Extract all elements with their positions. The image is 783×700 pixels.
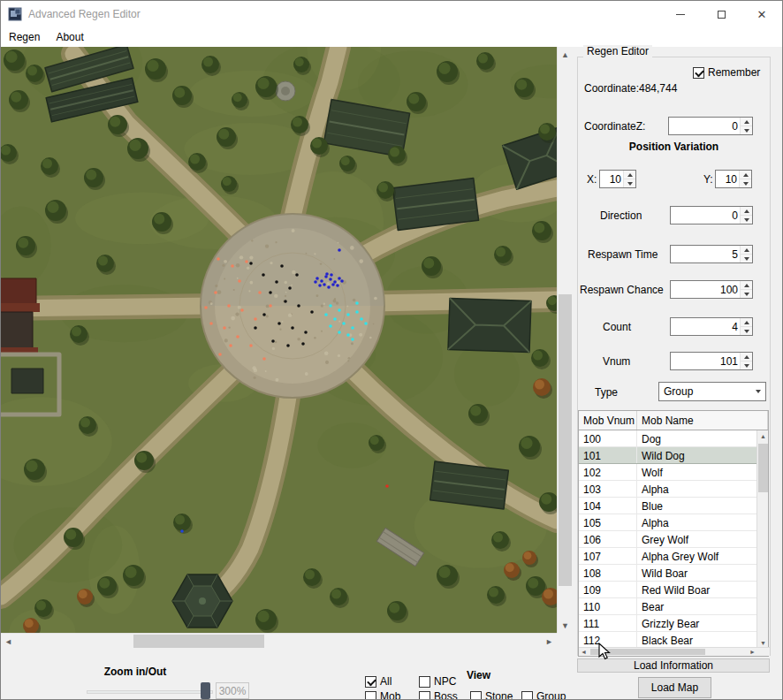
checkbox-boss-box[interactable] (419, 691, 430, 700)
x-value[interactable]: 10 (600, 171, 623, 187)
zoom-slider-track[interactable] (87, 690, 213, 694)
checkbox-all-box[interactable] (365, 676, 376, 688)
spawn-point-salmon[interactable] (204, 306, 208, 309)
spawn-point-salmon[interactable] (209, 322, 213, 325)
spawn-point-navy[interactable] (315, 277, 319, 280)
mob-table-vertical-scrollbar[interactable]: ▲ ▼ (756, 430, 768, 649)
spin-up-icon[interactable] (741, 353, 752, 361)
spawn-point-cyan[interactable] (346, 313, 350, 316)
spawn-point-cyan[interactable] (338, 331, 341, 334)
spawn-point-salmon[interactable] (231, 264, 234, 268)
spawn-point-black[interactable] (275, 280, 278, 284)
spawn-point-navy[interactable] (333, 280, 337, 284)
scroll-left-icon[interactable]: ◄ (579, 648, 589, 656)
spawn-point-navy[interactable] (338, 277, 341, 280)
spawn-point-navy[interactable] (329, 278, 332, 281)
scroll-up-icon[interactable]: ▲ (757, 430, 769, 442)
spawn-point-salmon[interactable] (262, 357, 266, 361)
checkbox-mob-box[interactable] (365, 691, 376, 700)
load-information-button[interactable]: Load Information (577, 658, 770, 673)
spawn-point-navy[interactable] (330, 273, 333, 277)
spawn-point-cyan[interactable] (342, 322, 346, 325)
spawn-point-cyan[interactable] (333, 317, 337, 321)
spin-down-icon[interactable] (741, 254, 752, 262)
spawn-point-salmon[interactable] (249, 344, 253, 347)
spawn-point-black[interactable] (291, 326, 294, 330)
scroll-down-icon[interactable]: ▼ (558, 618, 573, 633)
map-image[interactable] (1, 47, 557, 633)
table-row[interactable]: 104Blue (579, 498, 758, 514)
spawn-point-black[interactable] (288, 286, 292, 290)
spawn-point-navy[interactable] (338, 248, 341, 252)
spin-down-icon[interactable] (741, 361, 752, 369)
map-horizontal-scrollbar[interactable]: ◄ ► (1, 633, 557, 648)
spawn-point-salmon[interactable] (227, 304, 231, 308)
table-row[interactable]: 107Alpha Grey Wolf (579, 548, 758, 565)
spin-up-icon[interactable] (624, 171, 635, 179)
spawn-point-navy[interactable] (327, 285, 331, 289)
checkbox-mob[interactable]: Mob (365, 690, 400, 700)
table-row[interactable]: 103Alpha (579, 481, 758, 498)
spin-up-icon[interactable] (741, 118, 752, 126)
respawn-time-value[interactable]: 5 (671, 246, 740, 262)
checkbox-group[interactable]: Group (521, 690, 566, 700)
remember-checkbox[interactable]: Remember (693, 66, 760, 79)
respawn-chance-value[interactable]: 100 (671, 281, 740, 298)
table-row[interactable]: 106Grey Wolf (579, 531, 758, 548)
spawn-point-cyan[interactable] (351, 326, 354, 330)
table-row[interactable]: 102Wolf (579, 464, 758, 481)
table-row[interactable]: 105Alpha (579, 514, 758, 531)
minimize-button[interactable] (660, 1, 701, 27)
direction-value[interactable]: 0 (671, 207, 740, 224)
spawn-point-black[interactable] (284, 300, 287, 303)
respawn-time-spinner[interactable]: 5 (670, 245, 753, 263)
menu-about[interactable]: About (48, 28, 91, 46)
checkbox-group-box[interactable] (521, 691, 533, 700)
spawn-point-black[interactable] (269, 291, 272, 294)
spawn-point-black[interactable] (310, 310, 314, 314)
table-row[interactable]: 101Wild Dog (579, 447, 758, 464)
column-header-mob-name[interactable]: Mob Name (637, 411, 768, 430)
spin-down-icon[interactable] (741, 289, 752, 298)
spawn-point-navy[interactable] (336, 284, 339, 287)
spawn-point-cyan[interactable] (364, 322, 368, 325)
spawn-point-salmon[interactable] (229, 344, 232, 347)
spin-up-icon[interactable] (741, 246, 752, 254)
scroll-up-icon[interactable]: ▲ (558, 47, 573, 62)
spin-down-icon[interactable] (740, 179, 751, 187)
checkbox-boss[interactable]: Boss (419, 690, 458, 700)
maximize-button[interactable] (701, 1, 741, 27)
type-dropdown[interactable]: Group (658, 382, 766, 401)
vnum-spinner[interactable]: 101 (670, 352, 753, 370)
menu-regen[interactable]: Regen (1, 28, 48, 46)
x-spinner[interactable]: 10 (599, 170, 636, 188)
spin-up-icon[interactable] (741, 207, 752, 215)
spawn-point-salmon[interactable] (217, 257, 220, 261)
scroll-left-icon[interactable]: ◄ (1, 634, 16, 649)
zoom-slider-thumb[interactable] (201, 682, 210, 699)
table-row[interactable]: 108Wild Boar (579, 565, 758, 582)
coordinatez-spinner[interactable]: 0 (668, 117, 753, 135)
spawn-point-salmon[interactable] (214, 291, 217, 294)
count-value[interactable]: 4 (671, 318, 740, 335)
table-row[interactable]: 111Grizzly Bear (579, 615, 758, 632)
spawn-point-black[interactable] (262, 313, 266, 316)
y-value[interactable]: 10 (716, 171, 739, 187)
spawn-point-black[interactable] (286, 344, 290, 347)
checkbox-stone-box[interactable] (470, 691, 482, 700)
spawn-point-black[interactable] (277, 322, 281, 325)
spawn-point-cyan[interactable] (329, 304, 332, 308)
map-viewport[interactable] (1, 47, 557, 633)
spawn-point-black[interactable] (254, 326, 257, 330)
checkbox-npc[interactable]: NPC (419, 675, 456, 688)
spin-up-icon[interactable] (740, 171, 751, 179)
spin-up-icon[interactable] (741, 318, 752, 326)
spawn-point-black[interactable] (262, 273, 265, 277)
vnum-value[interactable]: 101 (671, 353, 740, 369)
scroll-right-icon[interactable]: ► (542, 634, 557, 649)
spawn-point-salmon[interactable] (223, 326, 226, 330)
scroll-right-icon[interactable]: ► (748, 648, 757, 656)
spawn-point-navy[interactable] (318, 284, 322, 287)
spawn-point-black[interactable] (295, 273, 299, 277)
spawn-point-cyan[interactable] (329, 324, 332, 328)
